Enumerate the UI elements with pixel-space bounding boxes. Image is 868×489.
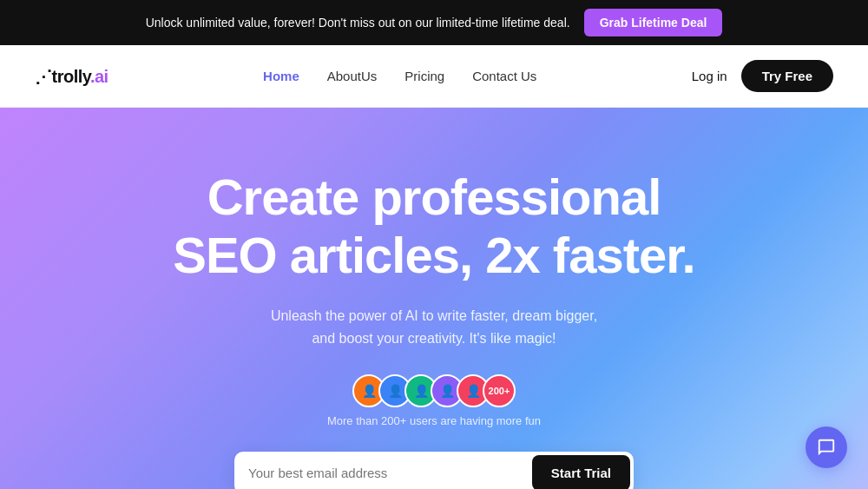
email-form: Start Trial [234,452,634,489]
nav-home[interactable]: Home [263,69,299,83]
navbar: ⋰trolly.ai Home AboutUs Pricing Contact … [0,45,868,108]
avatar-row: 👤 👤 👤 👤 👤 200+ [35,374,833,407]
users-text: More than 200+ users are having more fun [35,414,833,427]
hero-title: Create professional SEO articles, 2x fas… [35,169,833,284]
login-button[interactable]: Log in [692,69,727,83]
nav-pricing[interactable]: Pricing [404,69,444,83]
hero-subtitle: Unleash the power of AI to write faster,… [260,305,608,349]
start-trial-button[interactable]: Start Trial [532,455,630,489]
chat-bubble[interactable] [806,426,847,468]
try-free-button[interactable]: Try Free [741,60,833,92]
email-input[interactable] [248,457,532,489]
nav-right: Log in Try Free [692,60,833,92]
nav-about[interactable]: AboutUs [327,69,378,83]
nav-links: Home AboutUs Pricing Contact Us [263,69,536,84]
banner-text: Unlock unlimited value, forever! Don't m… [146,16,570,30]
hero-section: Create professional SEO articles, 2x fas… [0,108,868,489]
logo[interactable]: ⋰trolly.ai [35,66,108,87]
nav-contact[interactable]: Contact Us [472,69,536,83]
grab-deal-button[interactable]: Grab Lifetime Deal [584,9,723,36]
logo-text: ⋰trolly.ai [35,66,108,87]
top-banner: Unlock unlimited value, forever! Don't m… [0,0,868,45]
avatar-count: 200+ [483,374,516,407]
